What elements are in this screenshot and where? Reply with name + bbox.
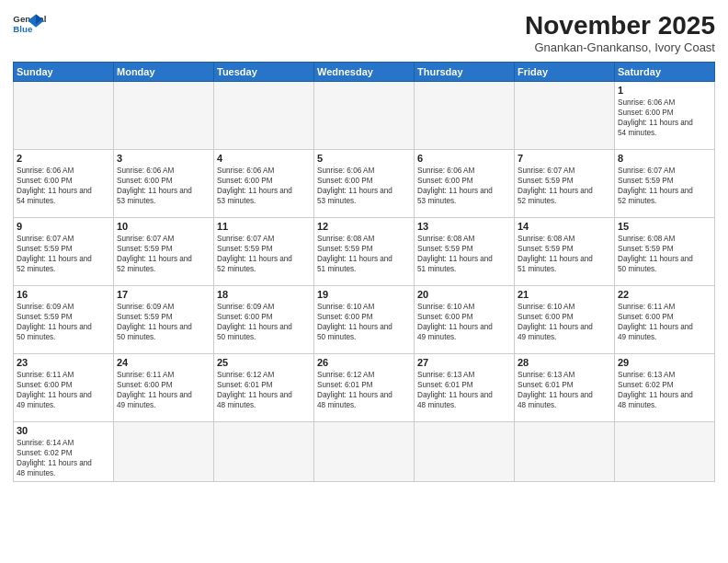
location: Gnankan-Gnankanso, Ivory Coast [525,40,715,54]
day-number: 2 [17,153,110,164]
table-row: 12Sunrise: 6:08 AMSunset: 5:59 PMDayligh… [314,218,415,286]
day-number: 28 [518,357,611,368]
table-row [14,82,114,150]
day-number: 17 [117,289,210,300]
day-info: Sunrise: 6:11 AMSunset: 6:00 PMDaylight:… [17,370,110,410]
day-number: 10 [117,221,210,232]
day-info: Sunrise: 6:12 AMSunset: 6:01 PMDaylight:… [317,370,411,410]
table-row: 7Sunrise: 6:07 AMSunset: 5:59 PMDaylight… [515,150,615,218]
table-row: 15Sunrise: 6:08 AMSunset: 5:59 PMDayligh… [615,218,715,286]
day-info: Sunrise: 6:08 AMSunset: 5:59 PMDaylight:… [518,234,611,274]
day-info: Sunrise: 6:09 AMSunset: 6:00 PMDaylight:… [217,302,311,342]
day-info: Sunrise: 6:07 AMSunset: 5:59 PMDaylight:… [217,234,311,274]
day-number: 29 [618,357,711,368]
day-number: 22 [618,289,711,300]
col-thursday: Thursday [415,63,515,82]
table-row [114,422,214,482]
day-number: 15 [618,221,711,232]
day-info: Sunrise: 6:09 AMSunset: 5:59 PMDaylight:… [117,302,210,342]
day-info: Sunrise: 6:09 AMSunset: 5:59 PMDaylight:… [17,302,110,342]
table-row: 6Sunrise: 6:06 AMSunset: 6:00 PMDaylight… [415,150,515,218]
day-number: 23 [17,357,110,368]
page: General Blue November 2025 Gnankan-Gnank… [0,0,728,563]
table-row: 3Sunrise: 6:06 AMSunset: 6:00 PMDaylight… [114,150,214,218]
day-info: Sunrise: 6:06 AMSunset: 6:00 PMDaylight:… [317,166,411,206]
day-info: Sunrise: 6:13 AMSunset: 6:01 PMDaylight:… [518,370,611,410]
day-number: 9 [17,221,110,232]
table-row: 24Sunrise: 6:11 AMSunset: 6:00 PMDayligh… [114,354,214,422]
day-number: 11 [217,221,311,232]
svg-text:Blue: Blue [13,24,33,34]
day-info: Sunrise: 6:06 AMSunset: 6:00 PMDaylight:… [417,166,511,206]
table-row: 27Sunrise: 6:13 AMSunset: 6:01 PMDayligh… [415,354,515,422]
day-info: Sunrise: 6:11 AMSunset: 6:00 PMDaylight:… [117,370,210,410]
day-number: 14 [518,221,611,232]
logo-icon: General Blue [13,11,46,39]
day-info: Sunrise: 6:10 AMSunset: 6:00 PMDaylight:… [317,302,411,342]
day-number: 12 [317,221,411,232]
day-info: Sunrise: 6:08 AMSunset: 5:59 PMDaylight:… [317,234,411,274]
table-row: 4Sunrise: 6:06 AMSunset: 6:00 PMDaylight… [214,150,314,218]
table-row [615,422,715,482]
col-saturday: Saturday [615,63,715,82]
table-row: 8Sunrise: 6:07 AMSunset: 5:59 PMDaylight… [615,150,715,218]
day-number: 24 [117,357,210,368]
day-number: 6 [417,153,511,164]
table-row: 2Sunrise: 6:06 AMSunset: 6:00 PMDaylight… [14,150,114,218]
table-row: 29Sunrise: 6:13 AMSunset: 6:02 PMDayligh… [615,354,715,422]
table-row [214,422,314,482]
day-number: 8 [618,153,711,164]
day-info: Sunrise: 6:06 AMSunset: 6:00 PMDaylight:… [618,98,711,138]
table-row: 13Sunrise: 6:08 AMSunset: 5:59 PMDayligh… [415,218,515,286]
table-row: 5Sunrise: 6:06 AMSunset: 6:00 PMDaylight… [314,150,415,218]
table-row: 9Sunrise: 6:07 AMSunset: 5:59 PMDaylight… [14,218,114,286]
col-monday: Monday [114,63,214,82]
table-row: 22Sunrise: 6:11 AMSunset: 6:00 PMDayligh… [615,286,715,354]
table-row: 25Sunrise: 6:12 AMSunset: 6:01 PMDayligh… [214,354,314,422]
day-number: 16 [17,289,110,300]
table-row [415,82,515,150]
day-number: 25 [217,357,311,368]
table-row [314,82,415,150]
table-row [214,82,314,150]
day-number: 4 [217,153,311,164]
day-info: Sunrise: 6:10 AMSunset: 6:00 PMDaylight:… [518,302,611,342]
day-number: 30 [17,425,110,436]
table-row [415,422,515,482]
day-info: Sunrise: 6:13 AMSunset: 6:02 PMDaylight:… [618,370,711,410]
day-number: 13 [417,221,511,232]
table-row: 1Sunrise: 6:06 AMSunset: 6:00 PMDaylight… [615,82,715,150]
table-row [515,82,615,150]
col-sunday: Sunday [14,63,114,82]
table-row: 20Sunrise: 6:10 AMSunset: 6:00 PMDayligh… [415,286,515,354]
table-row: 11Sunrise: 6:07 AMSunset: 5:59 PMDayligh… [214,218,314,286]
table-row: 21Sunrise: 6:10 AMSunset: 6:00 PMDayligh… [515,286,615,354]
col-tuesday: Tuesday [214,63,314,82]
calendar-header-row: Sunday Monday Tuesday Wednesday Thursday… [14,63,715,82]
table-row: 30Sunrise: 6:14 AMSunset: 6:02 PMDayligh… [14,422,114,482]
day-number: 27 [417,357,511,368]
day-number: 7 [518,153,611,164]
table-row [114,82,214,150]
day-number: 26 [317,357,411,368]
day-info: Sunrise: 6:08 AMSunset: 5:59 PMDaylight:… [417,234,511,274]
day-number: 5 [317,153,411,164]
day-number: 18 [217,289,311,300]
table-row: 14Sunrise: 6:08 AMSunset: 5:59 PMDayligh… [515,218,615,286]
table-row: 28Sunrise: 6:13 AMSunset: 6:01 PMDayligh… [515,354,615,422]
col-wednesday: Wednesday [314,63,415,82]
day-info: Sunrise: 6:06 AMSunset: 6:00 PMDaylight:… [217,166,311,206]
table-row [515,422,615,482]
header: General Blue November 2025 Gnankan-Gnank… [13,11,715,54]
day-number: 19 [317,289,411,300]
day-number: 21 [518,289,611,300]
day-number: 20 [417,289,511,300]
table-row: 18Sunrise: 6:09 AMSunset: 6:00 PMDayligh… [214,286,314,354]
day-number: 1 [618,85,711,96]
title-block: November 2025 Gnankan-Gnankanso, Ivory C… [525,11,715,54]
table-row: 10Sunrise: 6:07 AMSunset: 5:59 PMDayligh… [114,218,214,286]
day-info: Sunrise: 6:08 AMSunset: 5:59 PMDaylight:… [618,234,711,274]
day-info: Sunrise: 6:07 AMSunset: 5:59 PMDaylight:… [117,234,210,274]
col-friday: Friday [515,63,615,82]
day-info: Sunrise: 6:11 AMSunset: 6:00 PMDaylight:… [618,302,711,342]
